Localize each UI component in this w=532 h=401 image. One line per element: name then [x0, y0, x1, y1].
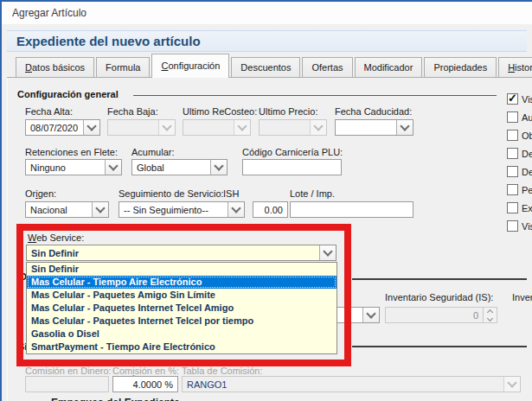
group-line	[133, 95, 497, 96]
chevron-down-icon	[310, 120, 326, 135]
fecha-baja-select	[107, 119, 176, 136]
page-title: Expediente del nuevo artículo	[16, 34, 201, 48]
ultimo-precio-select	[259, 119, 327, 136]
chevron-down-icon	[158, 120, 175, 135]
chevron-down-icon	[503, 377, 520, 391]
checkbox-exe[interactable]: Exe	[507, 202, 532, 213]
seguimiento-servicio-select[interactable]: -- Sin Seguimiento--	[119, 201, 245, 218]
chevron-down-icon[interactable]	[210, 160, 227, 175]
hidden-group-line-2	[352, 346, 527, 347]
checkbox-icon[interactable]	[507, 130, 518, 141]
origen-value: Nacional	[26, 205, 92, 215]
tab-historial[interactable]: Historial	[498, 57, 532, 78]
checkbox-label: Au	[522, 112, 532, 123]
chevron-down-icon[interactable]	[319, 245, 336, 260]
ultimo-precio-label: Ultimo Precio:	[259, 106, 317, 117]
tabla-comision-label: Tabla de Comisión:	[182, 366, 263, 376]
inventario-seguridad-spinner: 0	[385, 307, 497, 323]
comision-pct-input[interactable]: 4.0000 %	[112, 376, 178, 392]
lote-imp-label: Lote / Imp.	[290, 188, 335, 199]
dropdown-option[interactable]: Mas Celular - Tiempo Aire Electrónico	[27, 276, 337, 289]
codigo-carniceria-plu-input[interactable]	[242, 159, 342, 175]
window-title: Agregar Artículo	[12, 7, 87, 19]
dropdown-option[interactable]: Mas Celular - Paquetes Internet Telcel p…	[27, 315, 337, 328]
comision-dinero-label: Comisión en Dinero:	[25, 366, 112, 376]
checkbox-icon[interactable]	[507, 111, 518, 123]
codigo-carniceria-plu-label: Código Carnicería PLU:	[242, 147, 343, 157]
clipped-bottom-section-title: Empaques del Expediente	[51, 397, 180, 401]
origen-select[interactable]: Nacional	[25, 201, 109, 218]
dropdown-option[interactable]: SmartPayment - Tiempo Aire Electrónico	[27, 341, 337, 353]
tab-configuracion[interactable]: Configuración	[151, 54, 229, 78]
acumular-select[interactable]: Global	[131, 159, 228, 175]
chevron-down-icon[interactable]	[396, 120, 413, 135]
ultimo-recosteo-label: Ultimo ReCosteo:	[183, 106, 257, 117]
checkbox-icon[interactable]	[507, 166, 518, 177]
chevron-down-icon[interactable]	[362, 308, 379, 322]
comision-pct-label: Comisión en %:	[112, 366, 179, 376]
lote-imp-input[interactable]	[290, 201, 413, 218]
page-header: Expediente del nuevo artículo	[7, 30, 527, 52]
agregar-articulo-window: Agregar Artículo Expediente del nuevo ar…	[0, 0, 532, 401]
checkbox-vis-2[interactable]: Vis	[507, 220, 532, 232]
ish-input[interactable]: 0.00	[253, 201, 288, 218]
checkbox-icon[interactable]	[507, 148, 518, 159]
chevron-down-icon[interactable]	[83, 120, 99, 135]
chevron-down-icon[interactable]	[105, 160, 121, 175]
tab-datos-basicos[interactable]: Datos básicos	[16, 57, 94, 78]
ultimo-recosteo-select	[183, 119, 251, 136]
dropdown-option[interactable]: Sin Definir	[27, 263, 337, 276]
checkbox-de-2[interactable]: De	[507, 166, 532, 177]
chevron-down-icon[interactable]	[228, 202, 244, 217]
tabla-comision-select: RANGO1	[182, 376, 521, 392]
fecha-alta-select[interactable]: 08/07/2020	[25, 119, 100, 136]
web-service-select[interactable]: Sin Definir	[26, 245, 337, 261]
origen-label: Origen:	[25, 188, 56, 199]
tab-formula[interactable]: Formula	[96, 57, 150, 78]
ish-value: 0.00	[253, 205, 287, 215]
retenciones-flete-select[interactable]: Ninguno	[25, 159, 122, 175]
acumular-label: Acumular:	[131, 147, 175, 157]
chevron-down-icon[interactable]	[92, 202, 108, 217]
web-service-dropdown-list: Sin Definir Mas Celular - Tiempo Aire El…	[26, 262, 337, 354]
checkbox-icon[interactable]	[507, 93, 518, 105]
acumular-value: Global	[132, 162, 210, 173]
window-titlebar: Agregar Artículo	[2, 2, 532, 24]
comision-dinero-input	[25, 376, 109, 392]
checkbox-icon[interactable]	[507, 220, 518, 232]
inventario-clipped-label: Inven	[512, 292, 532, 302]
tab-descuentos[interactable]: Descuentos	[231, 57, 300, 78]
inventario-seguridad-label: Inventario Seguridad (IS):	[385, 292, 493, 302]
comision-pct-value: 4.0000 %	[113, 379, 177, 390]
dropdown-option[interactable]: Gasolia o Disel	[27, 328, 337, 341]
fecha-baja-label: Fecha Baja:	[107, 106, 158, 117]
tab-strip: Datos básicos Formula Configuración Desc…	[16, 54, 532, 78]
dropdown-option[interactable]: Mas Celular - Paquetes Internet Telcel A…	[27, 302, 337, 315]
checkbox-ob[interactable]: Ob	[507, 130, 532, 141]
checkbox-label: Vis	[522, 221, 532, 232]
checkbox-label: Per	[522, 185, 532, 195]
checkbox-label: Exe	[522, 203, 532, 213]
inventario-seguridad-value: 0	[386, 310, 483, 321]
tabla-comision-value: RANGO1	[183, 379, 503, 390]
checkbox-de-1[interactable]: De	[507, 148, 532, 159]
ish-label: ISH	[223, 188, 239, 199]
fecha-caducidad-select[interactable]	[335, 119, 413, 136]
tab-ofertas[interactable]: Ofertas	[302, 57, 352, 78]
checkbox-label: Ob	[522, 130, 532, 141]
checkbox-label: De	[522, 167, 532, 177]
tabpage-left-edge	[7, 78, 8, 401]
retenciones-flete-value: Ninguno	[26, 162, 105, 173]
checkbox-per[interactable]: Per	[507, 184, 532, 195]
checkbox-au[interactable]: Au	[507, 111, 532, 123]
fecha-caducidad-label: Fecha Caducidad:	[335, 106, 412, 117]
checkbox-icon[interactable]	[507, 202, 518, 213]
seguimiento-servicio-value: -- Sin Seguimiento--	[119, 205, 228, 215]
web-service-label: Web Service:	[28, 232, 84, 243]
checkbox-label: De	[522, 149, 532, 159]
tab-propiedades[interactable]: Propiedades	[424, 57, 497, 78]
tab-modificador[interactable]: Modificador	[355, 57, 423, 78]
checkbox-vis-1[interactable]: Vis	[507, 93, 532, 105]
dropdown-option[interactable]: Mas Celular - Paquetes Amigo Sin Límite	[27, 289, 337, 302]
checkbox-icon[interactable]	[507, 184, 518, 195]
